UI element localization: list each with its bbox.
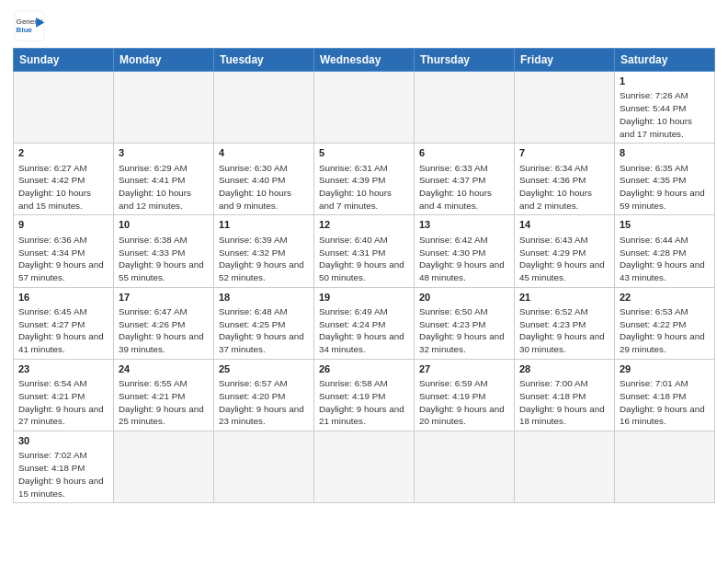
day-info: Sunrise: 6:34 AM Sunset: 4:36 PM Dayligh…: [519, 162, 609, 213]
day-number: 27: [419, 362, 509, 376]
generalblue-logo-icon: General Blue: [13, 9, 46, 42]
calendar-day-cell: 26Sunrise: 6:58 AM Sunset: 4:19 PM Dayli…: [314, 359, 415, 431]
day-number: 26: [319, 362, 409, 376]
day-number: 22: [620, 291, 710, 304]
calendar-day-cell: 14Sunrise: 6:43 AM Sunset: 4:29 PM Dayli…: [515, 215, 615, 287]
day-info: Sunrise: 6:49 AM Sunset: 4:24 PM Dayligh…: [319, 305, 409, 356]
day-info: Sunrise: 6:53 AM Sunset: 4:22 PM Dayligh…: [620, 305, 710, 356]
calendar-day-cell: 10Sunrise: 6:38 AM Sunset: 4:33 PM Dayli…: [114, 215, 214, 287]
svg-text:Blue: Blue: [17, 26, 33, 34]
calendar-day-cell: 12Sunrise: 6:40 AM Sunset: 4:31 PM Dayli…: [314, 215, 415, 287]
day-number: 28: [519, 362, 609, 376]
day-info: Sunrise: 7:26 AM Sunset: 5:44 PM Dayligh…: [620, 89, 710, 140]
day-info: Sunrise: 6:50 AM Sunset: 4:23 PM Dayligh…: [419, 305, 509, 356]
day-number: 7: [519, 146, 609, 160]
day-number: 8: [620, 146, 710, 160]
day-number: 5: [319, 146, 409, 160]
calendar-day-cell: [515, 72, 615, 144]
calendar-day-cell: 4Sunrise: 6:30 AM Sunset: 4:40 PM Daylig…: [214, 144, 314, 215]
header-monday: Monday: [114, 49, 214, 72]
day-number: 25: [219, 362, 309, 376]
day-info: Sunrise: 6:36 AM Sunset: 4:34 PM Dayligh…: [18, 234, 108, 284]
calendar-day-cell: [214, 431, 314, 503]
day-number: 11: [219, 218, 309, 232]
header: General Blue: [13, 9, 715, 42]
calendar-week-row: 2Sunrise: 6:27 AM Sunset: 4:42 PM Daylig…: [14, 144, 715, 215]
calendar-day-cell: 20Sunrise: 6:50 AM Sunset: 4:23 PM Dayli…: [415, 287, 515, 359]
day-info: Sunrise: 6:48 AM Sunset: 4:25 PM Dayligh…: [219, 305, 309, 356]
calendar-day-cell: [214, 72, 314, 144]
calendar-week-row: 16Sunrise: 6:45 AM Sunset: 4:27 PM Dayli…: [14, 287, 715, 359]
calendar-day-cell: [114, 431, 214, 503]
header-tuesday: Tuesday: [214, 49, 314, 72]
day-number: 13: [419, 218, 509, 232]
header-friday: Friday: [515, 49, 615, 72]
calendar-day-cell: [14, 72, 114, 144]
calendar-day-cell: 30Sunrise: 7:02 AM Sunset: 4:18 PM Dayli…: [14, 431, 114, 503]
calendar-week-row: 23Sunrise: 6:54 AM Sunset: 4:21 PM Dayli…: [14, 359, 715, 431]
day-number: 10: [119, 218, 209, 232]
calendar-day-cell: 13Sunrise: 6:42 AM Sunset: 4:30 PM Dayli…: [415, 215, 515, 287]
day-number: 12: [319, 218, 409, 232]
day-info: Sunrise: 7:02 AM Sunset: 4:18 PM Dayligh…: [18, 449, 108, 500]
calendar-day-cell: 3Sunrise: 6:29 AM Sunset: 4:41 PM Daylig…: [114, 144, 214, 215]
day-number: 23: [18, 362, 108, 376]
calendar-day-cell: 7Sunrise: 6:34 AM Sunset: 4:36 PM Daylig…: [515, 144, 615, 215]
calendar-day-cell: [314, 72, 415, 144]
calendar-day-cell: 18Sunrise: 6:48 AM Sunset: 4:25 PM Dayli…: [214, 287, 314, 359]
calendar-day-cell: [515, 431, 615, 503]
day-number: 17: [119, 291, 209, 304]
day-info: Sunrise: 6:39 AM Sunset: 4:32 PM Dayligh…: [219, 234, 309, 284]
calendar-day-cell: 27Sunrise: 6:59 AM Sunset: 4:19 PM Dayli…: [415, 359, 515, 431]
day-number: 18: [219, 291, 309, 304]
header-saturday: Saturday: [615, 49, 715, 72]
calendar-day-cell: 5Sunrise: 6:31 AM Sunset: 4:39 PM Daylig…: [314, 144, 415, 215]
calendar-day-cell: 9Sunrise: 6:36 AM Sunset: 4:34 PM Daylig…: [14, 215, 114, 287]
calendar-week-row: 9Sunrise: 6:36 AM Sunset: 4:34 PM Daylig…: [14, 215, 715, 287]
day-number: 1: [620, 75, 710, 88]
day-number: 20: [419, 291, 509, 304]
day-info: Sunrise: 7:01 AM Sunset: 4:18 PM Dayligh…: [620, 377, 710, 428]
day-info: Sunrise: 6:59 AM Sunset: 4:19 PM Dayligh…: [419, 377, 509, 428]
calendar-week-row: 30Sunrise: 7:02 AM Sunset: 4:18 PM Dayli…: [14, 431, 715, 503]
day-number: 6: [419, 146, 509, 160]
day-number: 2: [18, 146, 108, 160]
day-info: Sunrise: 6:30 AM Sunset: 4:40 PM Dayligh…: [219, 162, 309, 213]
header-thursday: Thursday: [415, 49, 515, 72]
logo: General Blue: [13, 9, 46, 42]
calendar-day-cell: 15Sunrise: 6:44 AM Sunset: 4:28 PM Dayli…: [615, 215, 715, 287]
day-info: Sunrise: 6:29 AM Sunset: 4:41 PM Dayligh…: [119, 162, 209, 213]
weekday-header-row: Sunday Monday Tuesday Wednesday Thursday…: [14, 49, 715, 72]
page: General Blue Sunday Monday Tuesday Wedne…: [0, 0, 728, 512]
calendar-day-cell: 21Sunrise: 6:52 AM Sunset: 4:23 PM Dayli…: [515, 287, 615, 359]
calendar-day-cell: 28Sunrise: 7:00 AM Sunset: 4:18 PM Dayli…: [515, 359, 615, 431]
day-number: 9: [18, 218, 108, 232]
day-info: Sunrise: 6:57 AM Sunset: 4:20 PM Dayligh…: [219, 377, 309, 428]
header-sunday: Sunday: [14, 49, 114, 72]
day-number: 21: [519, 291, 609, 304]
day-info: Sunrise: 6:44 AM Sunset: 4:28 PM Dayligh…: [620, 234, 710, 284]
calendar-table: Sunday Monday Tuesday Wednesday Thursday…: [13, 48, 715, 503]
calendar-day-cell: 2Sunrise: 6:27 AM Sunset: 4:42 PM Daylig…: [14, 144, 114, 215]
day-info: Sunrise: 6:54 AM Sunset: 4:21 PM Dayligh…: [18, 377, 108, 428]
calendar-day-cell: 24Sunrise: 6:55 AM Sunset: 4:21 PM Dayli…: [114, 359, 214, 431]
day-number: 19: [319, 291, 409, 304]
calendar-body: 1Sunrise: 7:26 AM Sunset: 5:44 PM Daylig…: [14, 72, 715, 503]
day-info: Sunrise: 6:27 AM Sunset: 4:42 PM Dayligh…: [18, 162, 108, 213]
calendar-day-cell: [415, 72, 515, 144]
calendar-day-cell: 1Sunrise: 7:26 AM Sunset: 5:44 PM Daylig…: [615, 72, 715, 144]
calendar-day-cell: 19Sunrise: 6:49 AM Sunset: 4:24 PM Dayli…: [314, 287, 415, 359]
day-number: 14: [519, 218, 609, 232]
calendar-day-cell: 6Sunrise: 6:33 AM Sunset: 4:37 PM Daylig…: [415, 144, 515, 215]
day-number: 3: [119, 146, 209, 160]
day-info: Sunrise: 6:42 AM Sunset: 4:30 PM Dayligh…: [419, 234, 509, 284]
calendar-day-cell: [615, 431, 715, 503]
day-number: 30: [18, 434, 108, 448]
calendar-week-row: 1Sunrise: 7:26 AM Sunset: 5:44 PM Daylig…: [14, 72, 715, 144]
calendar-day-cell: 25Sunrise: 6:57 AM Sunset: 4:20 PM Dayli…: [214, 359, 314, 431]
calendar-day-cell: [314, 431, 415, 503]
calendar-day-cell: [114, 72, 214, 144]
day-info: Sunrise: 6:45 AM Sunset: 4:27 PM Dayligh…: [18, 305, 108, 356]
day-info: Sunrise: 6:31 AM Sunset: 4:39 PM Dayligh…: [319, 162, 409, 213]
calendar-day-cell: [415, 431, 515, 503]
